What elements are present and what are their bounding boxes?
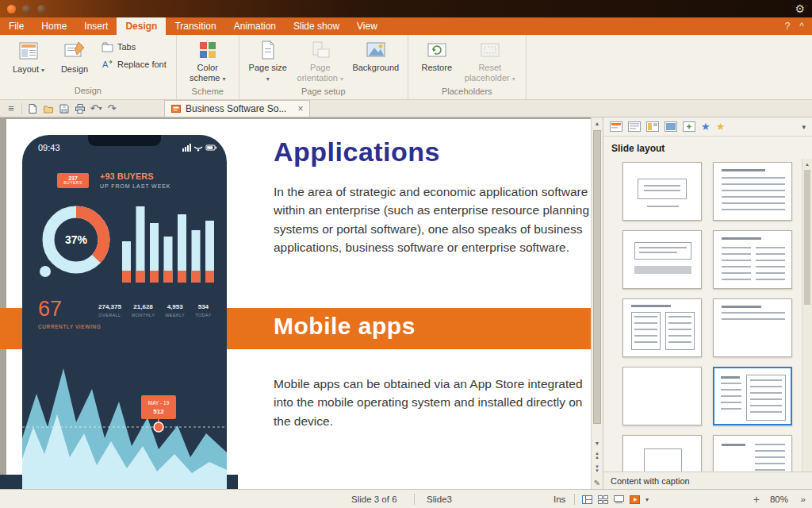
scrollbar-thumb[interactable] — [593, 130, 601, 424]
layout-thumbnail-content-with-caption[interactable] — [713, 367, 792, 425]
panel-title: Slide layout — [603, 137, 812, 156]
restore-button[interactable]: Restore — [415, 37, 459, 84]
main-menu-icon[interactable]: ≡ — [3, 100, 19, 117]
zoom-in-button[interactable]: + — [753, 490, 760, 508]
menu-tab-transition[interactable]: Transition — [166, 17, 224, 35]
favorite-star-blue-icon[interactable]: ★ — [701, 121, 710, 133]
chevron-down-icon: ▾ — [266, 75, 270, 83]
help-icon[interactable]: ? — [785, 21, 791, 32]
color-scheme-button[interactable]: Color scheme ▾ — [183, 37, 232, 84]
collapse-ribbon-icon[interactable]: ^ — [799, 21, 804, 32]
window-minimize-button[interactable] — [22, 5, 31, 13]
scroll-down-icon[interactable]: ▼ — [595, 441, 600, 446]
zoom-level[interactable]: 80% — [770, 490, 788, 508]
layout-thumbnail-blank[interactable] — [622, 367, 702, 425]
menu-tab-file[interactable]: File — [0, 17, 33, 35]
slide-paragraph-1[interactable]: In the area of strategic and economic ap… — [274, 183, 591, 256]
panel-scroll-up-icon[interactable]: ▲ — [802, 159, 812, 169]
pen-icon[interactable]: ✎ — [594, 479, 600, 487]
selected-layout-label: Content with caption — [603, 471, 812, 489]
slide-paragraph-2[interactable]: Mobile apps can be obtained via an App S… — [274, 375, 591, 430]
page-size-button-label: Page size — [249, 63, 287, 72]
stat-monthly: 21,628MONTHLY — [132, 303, 155, 318]
stat-overall: 274,375OVERALL — [98, 303, 121, 318]
restore-icon — [426, 39, 448, 61]
redo-icon[interactable]: ↷ — [104, 100, 120, 117]
design-view-icon[interactable] — [628, 121, 641, 132]
panel-scrollbar[interactable]: ▲ — [802, 159, 812, 471]
chevron-down-icon: ▾ — [98, 105, 102, 112]
titlebar: ⚙ — [0, 0, 812, 17]
new-document-icon[interactable] — [25, 100, 40, 117]
scheme-view-icon[interactable] — [665, 121, 677, 132]
layout-thumbnail-title-only[interactable] — [713, 298, 792, 357]
slide-layout-panel: ★ ★ ▾ Slide layout — [603, 117, 812, 489]
panel-dropdown-icon[interactable]: ▾ — [802, 123, 806, 131]
menu-tab-insert[interactable]: Insert — [75, 17, 117, 35]
reading-view-icon[interactable] — [614, 495, 624, 504]
restore-button-label: Restore — [422, 63, 453, 73]
design-button[interactable]: Design — [52, 37, 97, 83]
replace-font-button-label: Replace font — [117, 60, 167, 69]
save-icon[interactable] — [56, 100, 72, 117]
scroll-up-icon[interactable]: ▲ — [592, 117, 603, 129]
panel-scrollbar-thumb[interactable] — [804, 170, 810, 305]
slide-sorter-icon[interactable] — [598, 495, 608, 504]
settings-gear-icon[interactable]: ⚙ — [795, 3, 805, 14]
close-tab-icon[interactable]: × — [297, 103, 303, 114]
menu-tab-view[interactable]: View — [348, 17, 386, 35]
previous-slide-icon[interactable]: ▲▲ — [595, 452, 599, 460]
page-size-button[interactable]: Page size ▾ — [246, 37, 290, 84]
next-slide-icon[interactable]: ▼▼ — [595, 465, 599, 473]
print-icon[interactable] — [72, 100, 88, 117]
vertical-scrollbar[interactable]: ▲ ▼ ▲▲ ▼▼ ✎ — [591, 117, 603, 489]
menu-tab-home[interactable]: Home — [33, 17, 75, 35]
slideshow-dropdown-icon[interactable]: ▾ — [645, 496, 649, 503]
tabs-button-label: Tabs — [117, 42, 136, 52]
layout-thumbnail-picture-caption[interactable] — [622, 435, 702, 471]
layout-button[interactable]: Layout ▾ — [6, 37, 51, 83]
presentation-file-icon — [171, 105, 181, 113]
stat-today: 534TODAY — [195, 303, 211, 318]
window-maximize-button[interactable] — [37, 5, 46, 13]
insert-mode-indicator[interactable]: Ins — [553, 490, 565, 508]
layout-thumbnail-two-content[interactable] — [713, 230, 792, 289]
add-view-icon[interactable] — [683, 121, 695, 132]
color-view-icon[interactable] — [646, 121, 659, 132]
background-icon — [365, 39, 387, 61]
background-button[interactable]: Background — [350, 37, 401, 84]
statusbar-overflow-icon[interactable]: » — [801, 490, 806, 508]
layout-view-icon[interactable] — [610, 121, 622, 132]
document-tab[interactable]: Business Software So... × — [164, 100, 310, 117]
ribbon-group-page-setup: Page size ▾ Page orientation ▾ Backgroun… — [239, 35, 408, 99]
phone-mockup-image[interactable]: 09:43 237 BUYERS +93 BUYERS UP FROM LAST… — [22, 135, 227, 489]
open-folder-icon[interactable] — [40, 100, 56, 117]
slide-title-text[interactable]: Applications — [274, 137, 440, 167]
window-close-button[interactable] — [7, 5, 16, 13]
page-orientation-icon — [309, 39, 331, 61]
undo-icon[interactable]: ↶▾ — [88, 100, 104, 117]
slideshow-icon[interactable] — [630, 495, 640, 504]
tabs-button[interactable]: Tabs — [102, 41, 167, 52]
layout-thumbnail-section-header[interactable] — [622, 230, 702, 289]
layout-thumbnail-vertical-text[interactable] — [713, 435, 792, 471]
slide-canvas[interactable]: Mobile apps Applications In the area of … — [6, 119, 591, 489]
color-scheme-icon — [197, 39, 219, 61]
menubar: File Home Insert Design Transition Anima… — [0, 17, 812, 35]
band-title-text[interactable]: Mobile apps — [274, 313, 416, 340]
phone-notch — [88, 135, 161, 146]
document-tab-title: Business Software So... — [186, 103, 286, 114]
ribbon-group-scheme: Color scheme ▾ Scheme — [177, 35, 239, 99]
ribbon-group-label-page-setup: Page setup — [239, 84, 408, 99]
layout-thumbnail-title-slide[interactable] — [622, 162, 702, 221]
menu-tab-design[interactable]: Design — [117, 17, 166, 35]
normal-view-icon[interactable] — [582, 495, 592, 504]
viewers-label: CURRENTLY VIEWING — [38, 324, 101, 329]
ribbon-group-design: Layout ▾ Design Tabs — [0, 35, 177, 99]
favorite-star-yellow-icon[interactable]: ★ — [716, 121, 726, 133]
layout-thumbnail-title-content[interactable] — [713, 162, 792, 221]
menu-tab-slideshow[interactable]: Slide show — [285, 17, 348, 35]
menu-tab-animation[interactable]: Animation — [225, 17, 285, 35]
layout-thumbnail-comparison[interactable] — [622, 298, 702, 357]
replace-font-button[interactable]: A Replace font — [102, 59, 167, 70]
